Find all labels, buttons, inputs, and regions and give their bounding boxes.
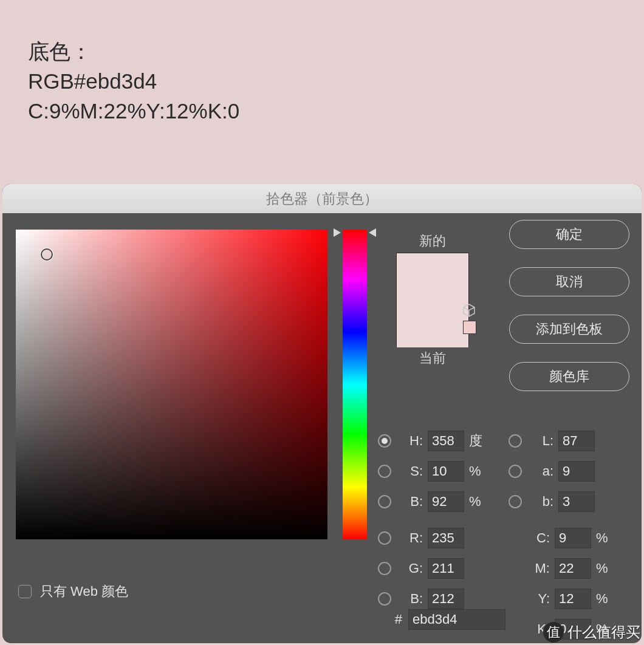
input-b-hsb[interactable] bbox=[428, 491, 464, 512]
web-only-checkbox-row[interactable]: 只有 Web 颜色 bbox=[18, 582, 128, 601]
hue-arrow-left bbox=[334, 228, 341, 237]
label-y: Y: bbox=[530, 591, 550, 607]
radio-b-lab[interactable] bbox=[509, 495, 522, 508]
color-libraries-button[interactable]: 颜色库 bbox=[509, 362, 629, 391]
input-c[interactable] bbox=[555, 528, 591, 548]
color-picker-dialog: 拾色器（前景色） 新的 当前 确定 取消 添加到色板 颜色 bbox=[2, 184, 642, 643]
web-only-label: 只有 Web 颜色 bbox=[40, 582, 128, 601]
input-b-lab[interactable] bbox=[558, 491, 595, 512]
dialog-buttons: 确定 取消 添加到色板 颜色库 bbox=[509, 220, 629, 391]
input-l[interactable] bbox=[558, 431, 595, 451]
label-c: C: bbox=[530, 530, 550, 546]
radio-s[interactable] bbox=[378, 465, 391, 478]
cube-icon[interactable] bbox=[462, 303, 476, 318]
mini-swatch[interactable] bbox=[463, 321, 476, 334]
label-g: G: bbox=[400, 561, 423, 576]
input-s[interactable] bbox=[428, 461, 464, 482]
label-r: R: bbox=[400, 530, 423, 546]
input-a[interactable] bbox=[558, 461, 595, 482]
hue-slider[interactable] bbox=[343, 230, 367, 539]
input-g[interactable] bbox=[428, 558, 464, 579]
cancel-button[interactable]: 取消 bbox=[509, 267, 629, 296]
unit-m: % bbox=[596, 561, 614, 576]
input-y[interactable] bbox=[555, 589, 591, 609]
unit-y: % bbox=[596, 591, 614, 607]
radio-r[interactable] bbox=[378, 531, 391, 545]
label-a: a: bbox=[530, 463, 553, 479]
input-m[interactable] bbox=[555, 558, 591, 579]
label-s: S: bbox=[400, 463, 423, 479]
input-h[interactable] bbox=[428, 431, 464, 451]
watermark-badge: 值 bbox=[543, 622, 564, 643]
background-color-info: 底色： RGB#ebd3d4 C:9%M:22%Y:12%K:0 bbox=[28, 36, 239, 126]
bg-line2: RGB#ebd3d4 bbox=[28, 66, 239, 96]
label-h: H: bbox=[400, 433, 423, 449]
label-b-rgb: B: bbox=[400, 591, 423, 607]
swatch-preview: 新的 当前 bbox=[378, 230, 487, 367]
unit-s: % bbox=[469, 463, 487, 479]
unit-h: 度 bbox=[469, 432, 487, 450]
ok-button[interactable]: 确定 bbox=[509, 220, 629, 249]
radio-h[interactable] bbox=[378, 434, 391, 448]
current-color-label: 当前 bbox=[378, 349, 487, 367]
hex-label: # bbox=[378, 612, 402, 627]
web-only-checkbox[interactable] bbox=[18, 585, 32, 598]
input-r[interactable] bbox=[428, 528, 464, 548]
label-m: M: bbox=[530, 561, 550, 576]
radio-b-hsb[interactable] bbox=[378, 495, 391, 508]
label-l: L: bbox=[530, 433, 553, 449]
current-color-swatch[interactable] bbox=[397, 301, 468, 347]
radio-g[interactable] bbox=[378, 562, 391, 575]
input-hex[interactable] bbox=[408, 609, 505, 630]
dialog-title: 拾色器（前景色） bbox=[2, 184, 642, 213]
new-color-swatch[interactable] bbox=[397, 253, 468, 301]
unit-c: % bbox=[596, 530, 614, 546]
new-color-label: 新的 bbox=[378, 232, 487, 250]
unit-b-hsb: % bbox=[469, 494, 487, 510]
radio-l[interactable] bbox=[509, 434, 522, 448]
sat-cursor[interactable] bbox=[41, 248, 53, 261]
bg-line3: C:9%M:22%Y:12%K:0 bbox=[28, 96, 239, 126]
color-swatch-box bbox=[396, 253, 469, 347]
saturation-brightness-field[interactable] bbox=[16, 230, 327, 539]
radio-b-rgb[interactable] bbox=[378, 592, 391, 606]
add-to-swatches-button[interactable]: 添加到色板 bbox=[509, 315, 629, 344]
input-b-rgb[interactable] bbox=[428, 589, 464, 609]
label-b-hsb: B: bbox=[400, 494, 423, 510]
hue-arrow-right bbox=[369, 228, 376, 237]
watermark: 值 什么值得买 bbox=[543, 622, 640, 643]
radio-a[interactable] bbox=[509, 465, 522, 478]
watermark-text: 什么值得买 bbox=[567, 623, 640, 642]
label-b-lab: b: bbox=[530, 494, 553, 510]
bg-line1: 底色： bbox=[28, 36, 239, 66]
